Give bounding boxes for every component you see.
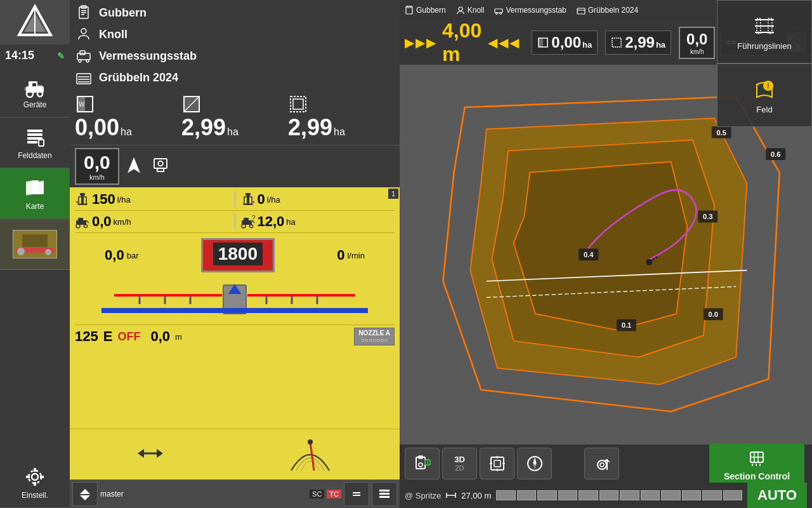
tractor-icon: [23, 75, 46, 98]
svg-point-145: [600, 463, 604, 467]
svg-rect-8: [37, 85, 43, 88]
sidebar-item-geraete[interactable]: Geräte: [0, 67, 70, 117]
section-ind-5: [579, 490, 598, 500]
svg-point-62: [249, 225, 252, 228]
map-stat-1: 0,00ha: [532, 30, 598, 55]
svg-text:0.3: 0.3: [703, 213, 712, 220]
bottom-inst-row: 125 E OFF 0,0 m NOZZLE A ○○○○○○○: [75, 324, 395, 348]
section-ind-10: [682, 490, 701, 500]
svg-point-110: [459, 7, 462, 11]
map-center-btn[interactable]: [480, 448, 514, 479]
sidebar: 14:15 ✎ Geräte F: [0, 0, 70, 508]
expand-icon: [134, 438, 166, 472]
map-settings-btn[interactable]: [405, 448, 440, 479]
list-btn[interactable]: [372, 482, 397, 506]
status-dist-icon: [446, 490, 456, 500]
svg-marker-20: [39, 180, 44, 194]
svg-rect-114: [577, 8, 585, 14]
svg-rect-85: [379, 490, 390, 491]
rev-btn-1[interactable]: ◀: [488, 35, 497, 50]
direction-icon: [124, 156, 143, 177]
section-ind-12: [723, 490, 742, 500]
ha-inst-unit: ha: [286, 217, 295, 227]
play-btn-3[interactable]: ▶: [426, 35, 436, 50]
bottom-e-value: E: [103, 328, 113, 345]
sidebar-item-einstellungen[interactable]: Einstell.: [0, 457, 70, 508]
map-speed-unit: km/h: [690, 48, 704, 55]
inst-cell-kmh: 0,0 km/h: [75, 213, 230, 230]
bottom-left-value: 125: [75, 328, 98, 345]
map-chart-icon: [577, 6, 586, 15]
svg-marker-18: [26, 180, 32, 196]
map-2d-label: 2D: [455, 465, 464, 472]
svg-text:W: W: [79, 101, 85, 108]
map-area-stats: 0,00ha 2,99ha: [529, 28, 674, 57]
auto-button[interactable]: AUTO: [747, 483, 807, 508]
map-person-icon: [456, 6, 465, 15]
play-btn-2[interactable]: ▶: [416, 35, 425, 50]
map-center-icon: [488, 455, 506, 472]
fuhrungslinien-btn[interactable]: Führungslinien: [717, 0, 812, 64]
feld-btn[interactable]: ! Feld: [717, 64, 812, 127]
field-name-row: Gubbern: [75, 3, 395, 23]
inst-cell-lpha-right: 0 l/ha: [240, 191, 395, 208]
bottom-expand-btn[interactable]: [72, 482, 98, 506]
sidebar-item-karte[interactable]: Karte: [0, 168, 70, 219]
svg-marker-91: [514, 162, 688, 330]
master-label: master: [100, 490, 124, 498]
svg-point-57: [84, 225, 88, 228]
svg-text:0.0: 0.0: [709, 311, 718, 318]
svg-text:0.5: 0.5: [716, 129, 726, 137]
svg-point-94: [646, 259, 652, 265]
section-ind-8: [641, 490, 660, 500]
area-value-2: 2,99ha: [181, 114, 239, 141]
status-label: @ Spritze: [405, 491, 441, 500]
flow-cell: 0 l/min: [337, 247, 365, 264]
map-camera-btn[interactable]: [584, 448, 619, 479]
map-equipment-name: Vermessungsstab: [506, 6, 566, 15]
settings-small-btn[interactable]: [344, 482, 369, 506]
auto-label: AUTO: [757, 487, 797, 503]
map-toolbar: 3D 2D: [400, 444, 812, 483]
svg-rect-48: [77, 203, 88, 205]
svg-point-80: [308, 439, 313, 444]
svg-rect-36: [80, 51, 85, 55]
main-content: Gubbern Knoll Vermessungsstab: [70, 0, 812, 508]
section-control-button[interactable]: Section Control: [709, 443, 804, 485]
sidebar-item-fma[interactable]: [0, 219, 70, 270]
svg-rect-135: [494, 460, 501, 467]
section-indicators: [496, 490, 742, 500]
ha-inst-value: 12,0: [258, 213, 285, 230]
map-bottom-bar: 3D 2D: [400, 444, 812, 508]
svg-rect-60: [244, 218, 249, 222]
svg-rect-13: [27, 141, 37, 144]
year-label: Grübbeln 2024: [99, 71, 178, 84]
rev-btn-3[interactable]: ◀: [509, 35, 519, 50]
svg-point-21: [32, 474, 38, 480]
speed-row: 0,0 km/h: [70, 145, 400, 187]
svg-text:0.1: 0.1: [622, 321, 631, 329]
svg-marker-81: [80, 489, 90, 494]
driver-row: Knoll: [75, 24, 395, 44]
area-stat-1: W 0,00ha: [75, 94, 181, 141]
worked-area-icon: W: [75, 94, 95, 114]
map-stat2-icon: [611, 37, 622, 48]
map-compass-btn[interactable]: [517, 448, 552, 479]
feld-label: Feld: [756, 105, 772, 114]
map-2d-btn[interactable]: 3D 2D: [442, 448, 477, 479]
svg-marker-78: [157, 449, 163, 458]
svg-rect-53: [252, 201, 254, 203]
area-stat-2: 2,99ha: [181, 94, 288, 141]
sidebar-item-felddaten[interactable]: Felddaten: [0, 117, 70, 168]
nozzle-label: NOZZLE A: [358, 330, 390, 337]
lpha-right-value: 0: [258, 191, 265, 208]
inst-row-1: 150 l/ha 0: [75, 191, 395, 211]
lpha-left-value: 150: [92, 191, 115, 208]
sidebar-karte-label: Karte: [26, 202, 44, 211]
rev-btn-2[interactable]: ◀: [499, 35, 508, 50]
map-driver-info: Knoll: [456, 6, 485, 15]
map-clipboard-icon: [405, 6, 414, 15]
section-ind-9: [661, 490, 680, 500]
question-tractor-icon: ?: [240, 214, 256, 229]
play-btn-1[interactable]: ▶: [405, 35, 414, 50]
